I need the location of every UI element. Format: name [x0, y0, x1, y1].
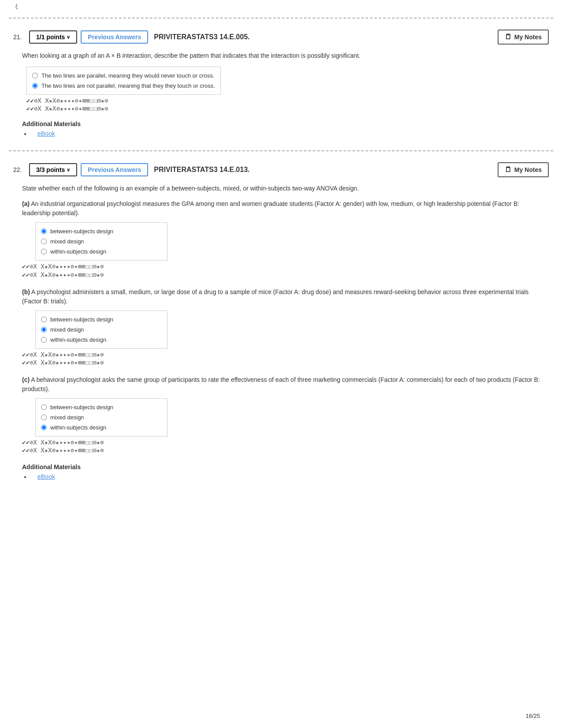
q21-question-text: When looking at a graph of an A × B inte… — [13, 51, 549, 60]
question-21-number: 21. — [13, 34, 26, 41]
q22-c-option-3-label: within-subjects design — [50, 424, 106, 431]
page-footer: 16/25 — [512, 708, 553, 724]
q21-points-button[interactable]: 1/1 points ∨ — [29, 30, 77, 44]
q22-subpart-b-text: (b) A psychologist administers a small, … — [22, 287, 549, 306]
q21-option-2-label: The two lines are not parallel, meaning … — [41, 82, 215, 89]
q22-subpart-b-label: (b) — [22, 288, 30, 295]
page-indicator: 16/25 — [525, 713, 540, 719]
q22-points-button[interactable]: 3/3 points ∨ — [29, 163, 77, 176]
q22-c-radio-2[interactable] — [41, 414, 47, 420]
q21-note-icon: 🗒 — [505, 33, 512, 41]
q22-ebook-link[interactable]: eBook — [37, 473, 55, 480]
middle-divider — [9, 150, 553, 151]
q21-additional-materials-title: Additional Materials — [22, 120, 549, 127]
q22-c-option-1-label: between-subjects design — [50, 404, 113, 411]
q21-prev-answers-label: Previous Answers — [88, 34, 141, 41]
q22-b-option-1-label: between-subjects design — [50, 316, 113, 323]
q22-my-notes-label: My Notes — [514, 166, 542, 173]
page-container: ξ 21. 1/1 points ∨ Previous Answers PRIV… — [0, 0, 562, 489]
q21-option-1: The two lines are parallel, meaning they… — [32, 71, 215, 81]
q22-subpart-c-label: (c) — [22, 376, 30, 383]
q22-b-radio-3[interactable] — [41, 337, 47, 343]
q21-option-2: The two lines are not parallel, meaning … — [32, 81, 215, 91]
question-22-block: 22. 3/3 points ∨ Previous Answers PRIVIT… — [9, 156, 553, 489]
q21-grading-symbols: ✔✔⊘X X★X⊘★✦✦✦⊘✦⊞⊞☐☐⊟★⊘ ✔✔⊘X X★X⊘★✦✦✦⊘✦⊞⊞… — [26, 97, 549, 112]
q22-a-answer-group: between-subjects design mixed design wit… — [35, 222, 167, 261]
q21-my-notes-button[interactable]: 🗒 My Notes — [498, 30, 549, 45]
q22-question-id: PRIVITERASTATS3 14.E.013. — [154, 166, 249, 174]
q22-additional-materials: Additional Materials eBook — [22, 463, 549, 480]
q22-b-radio-2[interactable] — [41, 327, 47, 332]
q22-subpart-a-label: (a) — [22, 200, 30, 207]
q22-additional-materials-title: Additional Materials — [22, 463, 549, 470]
q21-option-1-label: The two lines are parallel, meaning they… — [41, 72, 214, 79]
q22-points-label: 3/3 points — [36, 166, 65, 173]
q22-subpart-a-text: (a) An industrial organizational psychol… — [22, 199, 549, 218]
q22-prev-answers-label: Previous Answers — [88, 166, 141, 173]
q22-a-radio-3[interactable] — [41, 249, 47, 254]
q21-points-label: 1/1 points — [36, 34, 65, 41]
top-bar: ξ — [9, 0, 553, 13]
q22-subpart-c: (c) A behavioral psychologist asks the s… — [13, 375, 549, 454]
q22-b-option-2: mixed design — [41, 325, 162, 335]
q22-a-grading-symbols: ✔✔⊘X X★X⊘★✦✦✦⊘✦⊞⊞☐☐⊟★⊘ ✔✔⊘X X★X⊘★✦✦✦⊘✦⊞⊞… — [22, 262, 549, 278]
corner-label: ξ — [13, 1, 20, 12]
q22-c-option-3: within-subjects design — [41, 422, 162, 433]
q22-a-option-2-label: mixed design — [50, 238, 84, 245]
question-21-block: 21. 1/1 points ∨ Previous Answers PRIVIT… — [9, 23, 553, 146]
q21-additional-materials: Additional Materials eBook — [22, 120, 549, 137]
question-22-number: 22. — [13, 166, 26, 173]
q22-b-grading-symbols: ✔✔⊘X X★X⊘★✦✦✦⊘✦⊞⊞☐☐⊟★⊘ ✔✔⊘X X★X⊘★✦✦✦⊘✦⊞⊞… — [22, 351, 549, 366]
q22-subpart-a: (a) An industrial organizational psychol… — [13, 199, 549, 278]
q22-a-option-3: within-subjects design — [41, 246, 162, 257]
question-22-header: 22. 3/3 points ∨ Previous Answers PRIVIT… — [13, 162, 549, 177]
top-divider — [9, 18, 553, 19]
q21-radio-2[interactable] — [32, 83, 38, 89]
q21-chevron-icon: ∨ — [67, 34, 70, 40]
q22-prev-answers-button[interactable]: Previous Answers — [81, 163, 148, 176]
q22-a-option-3-label: within-subjects design — [50, 248, 106, 255]
q22-c-radio-3[interactable] — [41, 425, 47, 430]
q21-prev-answers-button[interactable]: Previous Answers — [81, 30, 148, 44]
q22-a-option-1: between-subjects design — [41, 226, 162, 236]
q22-a-radio-1[interactable] — [41, 228, 47, 234]
q22-c-radio-1[interactable] — [41, 404, 47, 410]
q22-subpart-b: (b) A psychologist administers a small, … — [13, 287, 549, 366]
q22-question-text: State whether each of the following is a… — [13, 184, 549, 193]
q22-b-answer-group: between-subjects design mixed design wit… — [35, 310, 167, 349]
q22-c-option-1: between-subjects design — [41, 402, 162, 412]
q22-c-option-2: mixed design — [41, 412, 162, 422]
q22-b-option-3-label: within-subjects design — [50, 336, 106, 343]
q22-a-radio-2[interactable] — [41, 239, 47, 244]
q21-ebook-link[interactable]: eBook — [37, 130, 55, 137]
q22-c-answer-group: between-subjects design mixed design wit… — [35, 398, 167, 437]
q21-my-notes-label: My Notes — [514, 34, 542, 41]
q22-c-option-2-label: mixed design — [50, 414, 84, 421]
q21-radio-1[interactable] — [32, 73, 38, 78]
q22-my-notes-button[interactable]: 🗒 My Notes — [498, 162, 549, 177]
q22-a-option-2: mixed design — [41, 236, 162, 246]
q22-b-radio-1[interactable] — [41, 317, 47, 322]
q22-note-icon: 🗒 — [505, 166, 512, 174]
q22-b-option-1: between-subjects design — [41, 314, 162, 325]
q22-c-grading-symbols: ✔✔⊘X X★X⊘★✦✦✦⊘✦⊞⊞☐☐⊟★⊘ ✔✔⊘X X★X⊘★✦✦✦⊘✦⊞⊞… — [22, 438, 549, 454]
q21-answer-group: The two lines are parallel, meaning they… — [26, 67, 221, 95]
q21-question-id: PRIVITERASTATS3 14.E.005. — [154, 33, 249, 41]
q22-chevron-icon: ∨ — [67, 167, 70, 173]
q22-b-option-2-label: mixed design — [50, 326, 84, 333]
question-21-header: 21. 1/1 points ∨ Previous Answers PRIVIT… — [13, 30, 549, 45]
q22-b-option-3: within-subjects design — [41, 335, 162, 345]
q22-subpart-c-text: (c) A behavioral psychologist asks the s… — [22, 375, 549, 394]
q22-a-option-1-label: between-subjects design — [50, 228, 113, 235]
